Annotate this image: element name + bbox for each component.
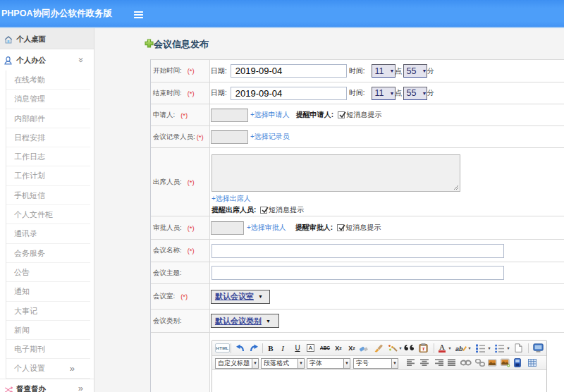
svg-text:ab: ab bbox=[455, 345, 463, 352]
svg-text:T: T bbox=[422, 346, 425, 352]
